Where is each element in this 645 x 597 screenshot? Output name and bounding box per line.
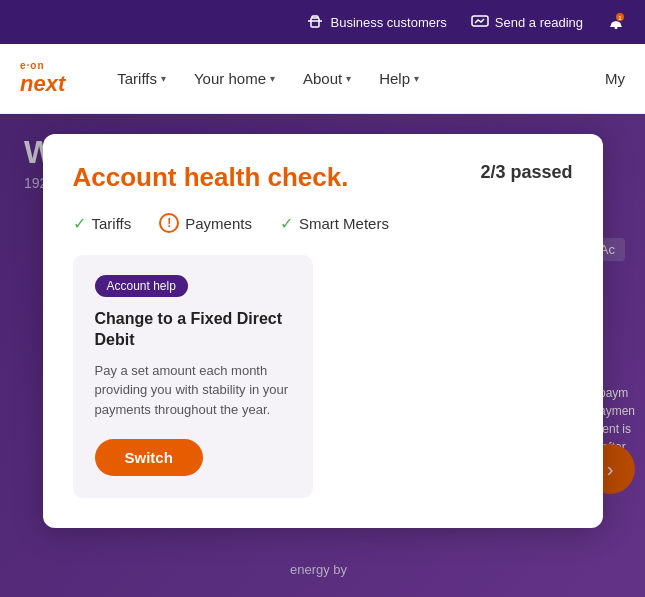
modal-title: Account health check. — [73, 162, 349, 193]
nav-tariffs-label: Tariffs — [117, 70, 157, 87]
nav-item-about[interactable]: About ▾ — [291, 62, 363, 95]
info-badge: Account help — [95, 275, 188, 297]
check-payments: ! Payments — [159, 213, 252, 233]
logo-eon-text: e·on — [20, 60, 65, 71]
notification-bell[interactable]: 1 — [607, 13, 625, 31]
nav-help-label: Help — [379, 70, 410, 87]
top-bar: Business customers Send a reading 1 — [0, 0, 645, 44]
svg-rect-5 — [615, 27, 618, 29]
chevron-down-icon: ▾ — [414, 73, 419, 84]
nav-my-label: My — [605, 70, 625, 87]
nav-your-home-label: Your home — [194, 70, 266, 87]
health-check-modal: Account health check. 2/3 passed ✓ Tarif… — [43, 134, 603, 528]
info-card-body: Pay a set amount each month providing yo… — [95, 361, 291, 420]
svg-rect-0 — [311, 18, 319, 27]
chevron-down-icon: ▾ — [161, 73, 166, 84]
modal-score: 2/3 passed — [480, 162, 572, 183]
check-warn-icon: ! — [159, 213, 179, 233]
meter-icon — [471, 13, 489, 31]
modal-overlay: Account health check. 2/3 passed ✓ Tarif… — [0, 114, 645, 597]
check-smart-meters-label: Smart Meters — [299, 215, 389, 232]
modal-header: Account health check. 2/3 passed — [73, 162, 573, 193]
nav-items: Tariffs ▾ Your home ▾ About ▾ Help ▾ My — [105, 62, 625, 95]
nav-item-help[interactable]: Help ▾ — [367, 62, 431, 95]
chevron-down-icon: ▾ — [346, 73, 351, 84]
check-smart-meters: ✓ Smart Meters — [280, 214, 389, 233]
main-nav: e·on next Tariffs ▾ Your home ▾ About ▾ … — [0, 44, 645, 114]
chevron-down-icon: ▾ — [270, 73, 275, 84]
info-card: Account help Change to a Fixed Direct De… — [73, 255, 313, 498]
nav-item-tariffs[interactable]: Tariffs ▾ — [105, 62, 178, 95]
nav-about-label: About — [303, 70, 342, 87]
check-pass-icon: ✓ — [73, 214, 86, 233]
check-pass-icon: ✓ — [280, 214, 293, 233]
business-customers-link[interactable]: Business customers — [306, 13, 446, 31]
info-card-title: Change to a Fixed Direct Debit — [95, 309, 291, 351]
send-reading-label: Send a reading — [495, 15, 583, 30]
logo-next-text: next — [20, 71, 65, 97]
switch-button[interactable]: Switch — [95, 439, 203, 476]
business-customers-label: Business customers — [330, 15, 446, 30]
nav-item-my[interactable]: My — [605, 70, 625, 87]
check-tariffs-label: Tariffs — [92, 215, 132, 232]
check-tariffs: ✓ Tariffs — [73, 214, 132, 233]
send-reading-link[interactable]: Send a reading — [471, 13, 583, 31]
eon-next-logo[interactable]: e·on next — [20, 60, 65, 97]
nav-item-your-home[interactable]: Your home ▾ — [182, 62, 287, 95]
briefcase-icon — [306, 13, 324, 31]
check-items-row: ✓ Tariffs ! Payments ✓ Smart Meters — [73, 213, 573, 233]
check-payments-label: Payments — [185, 215, 252, 232]
